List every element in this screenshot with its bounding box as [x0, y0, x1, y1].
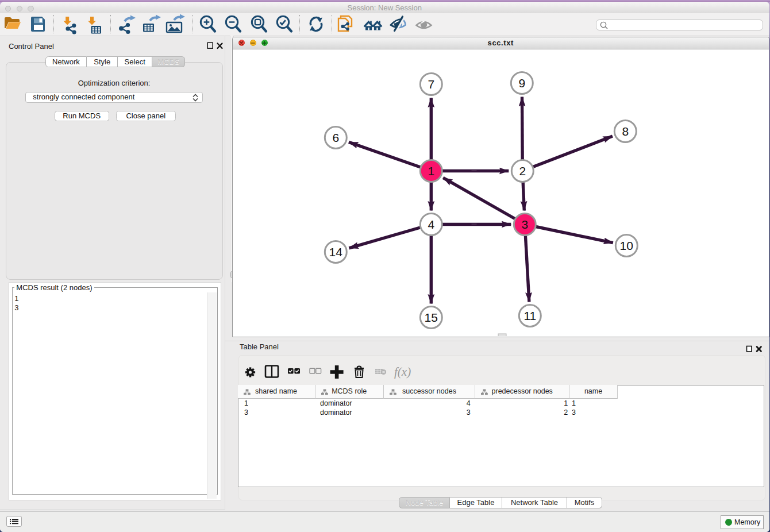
svg-text:6: 6 [332, 130, 339, 144]
svg-text:f(x): f(x) [394, 365, 411, 379]
svg-text:10: 10 [619, 238, 633, 252]
svg-text:1: 1 [428, 164, 434, 177]
svg-text:4: 4 [428, 217, 434, 230]
svg-text:15: 15 [424, 310, 437, 323]
svg-text:8: 8 [622, 124, 629, 137]
svg-text:11: 11 [523, 309, 536, 322]
svg-text:7: 7 [428, 77, 434, 90]
svg-text:14: 14 [329, 245, 342, 258]
svg-text:2: 2 [519, 164, 526, 177]
svg-text:9: 9 [518, 76, 525, 89]
svg-text:3: 3 [521, 217, 528, 230]
